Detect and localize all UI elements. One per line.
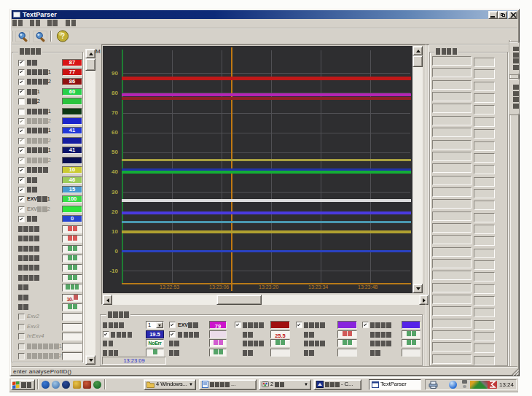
- svg-text:?: ?: [60, 32, 65, 40]
